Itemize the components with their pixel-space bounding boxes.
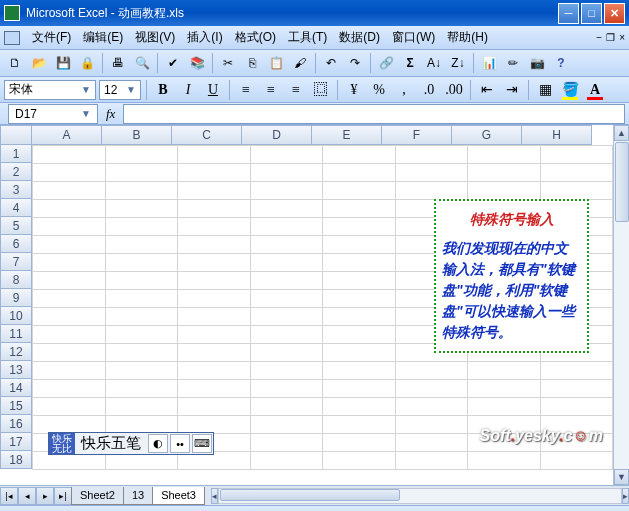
vertical-scrollbar[interactable]: ▲ ▼	[613, 125, 629, 485]
cell[interactable]	[323, 200, 396, 218]
cell[interactable]	[540, 380, 613, 398]
cell[interactable]	[33, 146, 106, 164]
row-header[interactable]: 14	[0, 379, 32, 397]
cell[interactable]	[33, 182, 106, 200]
cell[interactable]	[105, 164, 178, 182]
cell[interactable]	[178, 254, 251, 272]
row-header[interactable]: 3	[0, 181, 32, 199]
row-header[interactable]: 6	[0, 235, 32, 253]
cell[interactable]	[468, 434, 541, 452]
close-button[interactable]: ✕	[604, 3, 625, 24]
cell[interactable]	[468, 380, 541, 398]
currency-icon[interactable]: ¥	[343, 79, 365, 101]
cell[interactable]	[323, 254, 396, 272]
cell[interactable]	[323, 326, 396, 344]
row-header[interactable]: 8	[0, 271, 32, 289]
cell[interactable]	[468, 452, 541, 470]
cell[interactable]	[105, 326, 178, 344]
tab-first-icon[interactable]: |◂	[0, 487, 18, 505]
cell[interactable]	[178, 344, 251, 362]
cell[interactable]	[323, 362, 396, 380]
cell[interactable]	[395, 380, 468, 398]
menu-edit[interactable]: 编辑(E)	[77, 27, 129, 48]
cell[interactable]	[33, 290, 106, 308]
cell[interactable]	[323, 218, 396, 236]
scroll-left-icon[interactable]: ◂	[211, 488, 218, 504]
cell[interactable]	[250, 398, 323, 416]
cell[interactable]	[33, 200, 106, 218]
font-color-icon[interactable]: A	[584, 79, 606, 101]
cell[interactable]	[178, 362, 251, 380]
open-icon[interactable]: 📂	[28, 52, 50, 74]
cell[interactable]	[250, 200, 323, 218]
select-all-corner[interactable]	[0, 125, 32, 145]
cut-icon[interactable]: ✂	[217, 52, 239, 74]
row-header[interactable]: 18	[0, 451, 32, 469]
decrease-indent-icon[interactable]: ⇤	[476, 79, 498, 101]
cell[interactable]	[178, 308, 251, 326]
bold-button[interactable]: B	[152, 79, 174, 101]
redo-icon[interactable]: ↷	[344, 52, 366, 74]
menu-view[interactable]: 视图(V)	[129, 27, 181, 48]
ime-shape-icon[interactable]: ◐	[148, 434, 168, 453]
cell[interactable]	[178, 398, 251, 416]
cell[interactable]	[105, 182, 178, 200]
cell[interactable]	[395, 182, 468, 200]
cell[interactable]	[540, 182, 613, 200]
cell[interactable]	[323, 308, 396, 326]
cell[interactable]	[540, 452, 613, 470]
cell[interactable]	[178, 164, 251, 182]
cell[interactable]	[323, 146, 396, 164]
cell[interactable]	[33, 326, 106, 344]
cell[interactable]	[178, 326, 251, 344]
cell[interactable]	[250, 362, 323, 380]
menu-help[interactable]: 帮助(H)	[441, 27, 494, 48]
sheet-tab[interactable]: Sheet2	[71, 487, 124, 505]
cell[interactable]	[105, 344, 178, 362]
cell[interactable]	[178, 200, 251, 218]
cell[interactable]	[178, 380, 251, 398]
column-header[interactable]: C	[172, 125, 242, 145]
cell[interactable]	[33, 236, 106, 254]
row-header[interactable]: 12	[0, 343, 32, 361]
cell[interactable]	[250, 236, 323, 254]
cell[interactable]	[323, 164, 396, 182]
row-header[interactable]: 5	[0, 217, 32, 235]
menu-format[interactable]: 格式(O)	[229, 27, 282, 48]
scroll-down-icon[interactable]: ▼	[614, 469, 629, 485]
undo-icon[interactable]: ↶	[320, 52, 342, 74]
underline-button[interactable]: U	[202, 79, 224, 101]
hyperlink-icon[interactable]: 🔗	[375, 52, 397, 74]
increase-decimal-icon[interactable]: .0	[418, 79, 440, 101]
cell[interactable]	[468, 416, 541, 434]
maximize-button[interactable]: □	[581, 3, 602, 24]
cell[interactable]	[33, 272, 106, 290]
cell[interactable]	[250, 182, 323, 200]
cell[interactable]	[250, 164, 323, 182]
doc-close-button[interactable]: ×	[619, 32, 625, 43]
cell[interactable]	[323, 380, 396, 398]
cell[interactable]	[468, 146, 541, 164]
ime-softkbd-icon[interactable]: ⌨	[192, 434, 212, 453]
cell[interactable]	[178, 272, 251, 290]
row-header[interactable]: 9	[0, 289, 32, 307]
preview-icon[interactable]: 🔍	[131, 52, 153, 74]
cell[interactable]	[33, 218, 106, 236]
cell[interactable]	[250, 380, 323, 398]
new-icon[interactable]: 🗋	[4, 52, 26, 74]
autosum-icon[interactable]: Σ	[399, 52, 421, 74]
cell[interactable]	[395, 146, 468, 164]
formula-bar[interactable]	[123, 104, 625, 124]
cell[interactable]	[33, 308, 106, 326]
cell[interactable]	[250, 308, 323, 326]
horizontal-scrollbar[interactable]: ◂ ▸	[211, 488, 629, 504]
cell[interactable]	[323, 434, 396, 452]
column-header[interactable]: G	[452, 125, 522, 145]
row-header[interactable]: 10	[0, 307, 32, 325]
borders-icon[interactable]: ▦	[534, 79, 556, 101]
cell[interactable]	[178, 218, 251, 236]
cell[interactable]	[540, 146, 613, 164]
cell[interactable]	[395, 452, 468, 470]
percent-icon[interactable]: %	[368, 79, 390, 101]
fill-color-icon[interactable]: 🪣	[559, 79, 581, 101]
